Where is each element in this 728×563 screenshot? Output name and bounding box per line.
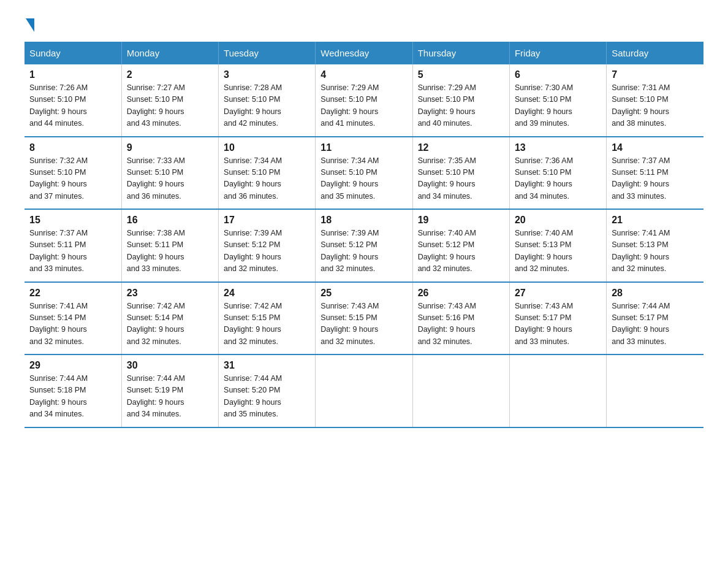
calendar-cell: 26 Sunrise: 7:43 AMSunset: 5:16 PMDaylig… (412, 282, 509, 355)
logo-triangle-icon (26, 18, 34, 32)
day-number: 2 (127, 69, 213, 80)
calendar-cell: 14 Sunrise: 7:37 AMSunset: 5:11 PMDaylig… (607, 137, 703, 210)
day-info: Sunrise: 7:40 AMSunset: 5:13 PMDaylight:… (515, 229, 573, 273)
day-info: Sunrise: 7:44 AMSunset: 5:18 PMDaylight:… (29, 374, 88, 418)
day-number: 13 (515, 142, 601, 153)
day-info: Sunrise: 7:41 AMSunset: 5:14 PMDaylight:… (29, 302, 88, 346)
calendar-week-row: 22 Sunrise: 7:41 AMSunset: 5:14 PMDaylig… (25, 282, 703, 355)
calendar-cell: 2 Sunrise: 7:27 AMSunset: 5:10 PMDayligh… (121, 64, 218, 137)
calendar-week-row: 15 Sunrise: 7:37 AMSunset: 5:11 PMDaylig… (25, 209, 703, 282)
day-number: 19 (418, 215, 504, 226)
calendar-cell: 28 Sunrise: 7:44 AMSunset: 5:17 PMDaylig… (607, 282, 703, 355)
day-info: Sunrise: 7:43 AMSunset: 5:16 PMDaylight:… (418, 302, 476, 346)
logo (25, 18, 36, 29)
day-number: 18 (320, 215, 407, 226)
day-info: Sunrise: 7:29 AMSunset: 5:10 PMDaylight:… (418, 83, 476, 128)
day-info: Sunrise: 7:43 AMSunset: 5:15 PMDaylight:… (320, 302, 379, 346)
calendar-cell: 1 Sunrise: 7:26 AMSunset: 5:10 PMDayligh… (25, 64, 121, 137)
header-wednesday: Wednesday (316, 42, 412, 64)
calendar-cell (607, 354, 703, 427)
calendar-cell: 21 Sunrise: 7:41 AMSunset: 5:13 PMDaylig… (607, 209, 703, 282)
calendar-cell: 30 Sunrise: 7:44 AMSunset: 5:19 PMDaylig… (121, 354, 218, 427)
calendar-cell: 13 Sunrise: 7:36 AMSunset: 5:10 PMDaylig… (509, 137, 606, 210)
calendar-cell: 23 Sunrise: 7:42 AMSunset: 5:14 PMDaylig… (121, 282, 218, 355)
calendar-cell: 3 Sunrise: 7:28 AMSunset: 5:10 PMDayligh… (219, 64, 316, 137)
calendar-cell: 31 Sunrise: 7:44 AMSunset: 5:20 PMDaylig… (219, 354, 316, 427)
day-info: Sunrise: 7:32 AMSunset: 5:10 PMDaylight:… (29, 156, 88, 201)
header (25, 18, 703, 29)
calendar-cell (509, 354, 606, 427)
day-info: Sunrise: 7:44 AMSunset: 5:20 PMDaylight:… (224, 374, 282, 418)
calendar-cell: 16 Sunrise: 7:38 AMSunset: 5:11 PMDaylig… (121, 209, 218, 282)
day-info: Sunrise: 7:37 AMSunset: 5:11 PMDaylight:… (612, 156, 670, 201)
day-number: 22 (29, 288, 116, 299)
calendar-cell: 25 Sunrise: 7:43 AMSunset: 5:15 PMDaylig… (316, 282, 412, 355)
day-info: Sunrise: 7:29 AMSunset: 5:10 PMDaylight:… (320, 83, 379, 128)
day-info: Sunrise: 7:28 AMSunset: 5:10 PMDaylight:… (224, 83, 282, 128)
day-info: Sunrise: 7:42 AMSunset: 5:15 PMDaylight:… (224, 302, 282, 346)
day-number: 8 (29, 142, 116, 153)
calendar-week-row: 8 Sunrise: 7:32 AMSunset: 5:10 PMDayligh… (25, 137, 703, 210)
day-number: 23 (127, 288, 213, 299)
header-saturday: Saturday (607, 42, 703, 64)
day-number: 25 (320, 288, 407, 299)
day-number: 12 (418, 142, 504, 153)
header-friday: Friday (509, 42, 606, 64)
day-number: 7 (612, 69, 699, 80)
day-number: 28 (612, 288, 699, 299)
day-info: Sunrise: 7:38 AMSunset: 5:11 PMDaylight:… (127, 229, 185, 273)
day-info: Sunrise: 7:44 AMSunset: 5:17 PMDaylight:… (612, 302, 670, 346)
day-number: 14 (612, 142, 699, 153)
day-info: Sunrise: 7:34 AMSunset: 5:10 PMDaylight:… (224, 156, 282, 201)
day-info: Sunrise: 7:44 AMSunset: 5:19 PMDaylight:… (127, 374, 185, 418)
calendar-cell: 9 Sunrise: 7:33 AMSunset: 5:10 PMDayligh… (121, 137, 218, 210)
day-number: 17 (224, 215, 310, 226)
day-number: 5 (418, 69, 504, 80)
day-info: Sunrise: 7:31 AMSunset: 5:10 PMDaylight:… (612, 83, 670, 128)
day-info: Sunrise: 7:42 AMSunset: 5:14 PMDaylight:… (127, 302, 185, 346)
calendar-cell (412, 354, 509, 427)
calendar-cell: 6 Sunrise: 7:30 AMSunset: 5:10 PMDayligh… (509, 64, 606, 137)
calendar-cell: 22 Sunrise: 7:41 AMSunset: 5:14 PMDaylig… (25, 282, 121, 355)
day-number: 3 (224, 69, 310, 80)
header-sunday: Sunday (25, 42, 121, 64)
calendar-cell: 15 Sunrise: 7:37 AMSunset: 5:11 PMDaylig… (25, 209, 121, 282)
day-number: 15 (29, 215, 116, 226)
day-info: Sunrise: 7:41 AMSunset: 5:13 PMDaylight:… (612, 229, 670, 273)
calendar-week-row: 29 Sunrise: 7:44 AMSunset: 5:18 PMDaylig… (25, 354, 703, 427)
day-number: 6 (515, 69, 601, 80)
day-info: Sunrise: 7:26 AMSunset: 5:10 PMDaylight:… (29, 83, 88, 128)
day-number: 31 (224, 360, 310, 371)
day-info: Sunrise: 7:40 AMSunset: 5:12 PMDaylight:… (418, 229, 476, 273)
day-info: Sunrise: 7:39 AMSunset: 5:12 PMDaylight:… (224, 229, 282, 273)
header-tuesday: Tuesday (219, 42, 316, 64)
day-info: Sunrise: 7:27 AMSunset: 5:10 PMDaylight:… (127, 83, 185, 128)
calendar-cell: 24 Sunrise: 7:42 AMSunset: 5:15 PMDaylig… (219, 282, 316, 355)
day-number: 1 (29, 69, 116, 80)
day-number: 26 (418, 288, 504, 299)
calendar-cell: 4 Sunrise: 7:29 AMSunset: 5:10 PMDayligh… (316, 64, 412, 137)
calendar-cell: 17 Sunrise: 7:39 AMSunset: 5:12 PMDaylig… (219, 209, 316, 282)
calendar-cell: 27 Sunrise: 7:43 AMSunset: 5:17 PMDaylig… (509, 282, 606, 355)
calendar-week-row: 1 Sunrise: 7:26 AMSunset: 5:10 PMDayligh… (25, 64, 703, 137)
calendar-cell: 10 Sunrise: 7:34 AMSunset: 5:10 PMDaylig… (219, 137, 316, 210)
day-info: Sunrise: 7:43 AMSunset: 5:17 PMDaylight:… (515, 302, 573, 346)
header-thursday: Thursday (412, 42, 509, 64)
day-number: 11 (320, 142, 407, 153)
day-number: 20 (515, 215, 601, 226)
day-info: Sunrise: 7:33 AMSunset: 5:10 PMDaylight:… (127, 156, 185, 201)
calendar-cell (316, 354, 412, 427)
day-number: 27 (515, 288, 601, 299)
calendar-cell: 18 Sunrise: 7:39 AMSunset: 5:12 PMDaylig… (316, 209, 412, 282)
calendar-cell: 19 Sunrise: 7:40 AMSunset: 5:12 PMDaylig… (412, 209, 509, 282)
day-info: Sunrise: 7:30 AMSunset: 5:10 PMDaylight:… (515, 83, 573, 128)
header-monday: Monday (121, 42, 218, 64)
day-number: 21 (612, 215, 699, 226)
calendar-cell: 20 Sunrise: 7:40 AMSunset: 5:13 PMDaylig… (509, 209, 606, 282)
day-number: 4 (320, 69, 407, 80)
calendar-cell: 29 Sunrise: 7:44 AMSunset: 5:18 PMDaylig… (25, 354, 121, 427)
day-info: Sunrise: 7:34 AMSunset: 5:10 PMDaylight:… (320, 156, 379, 201)
day-info: Sunrise: 7:39 AMSunset: 5:12 PMDaylight:… (320, 229, 379, 273)
day-number: 29 (29, 360, 116, 371)
day-number: 24 (224, 288, 310, 299)
